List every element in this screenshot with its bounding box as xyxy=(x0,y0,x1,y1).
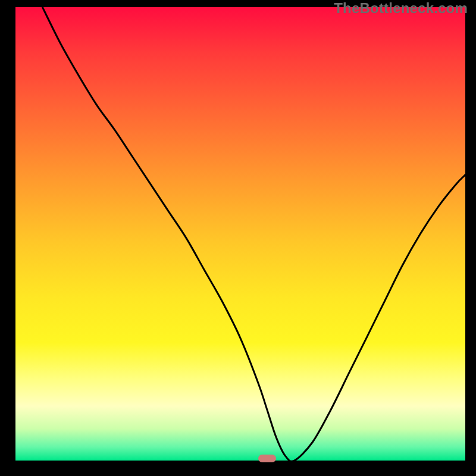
optimal-marker xyxy=(258,455,276,462)
plot-area xyxy=(15,7,465,461)
watermark-text: TheBottleneck.com xyxy=(334,0,468,17)
chart-frame: TheBottleneck.com xyxy=(0,0,476,476)
bottleneck-curve xyxy=(15,7,465,461)
